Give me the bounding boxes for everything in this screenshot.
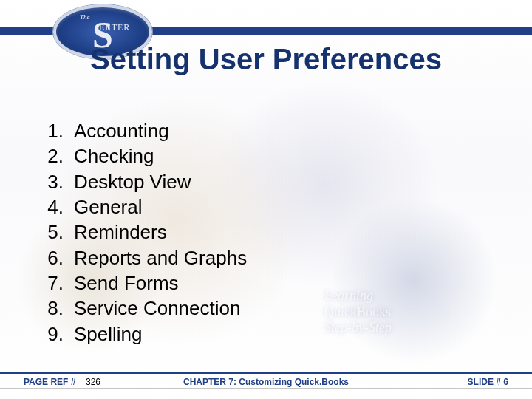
bg-caption-line3: Step-by-Step (324, 320, 392, 336)
list-number: 2. (35, 143, 74, 168)
slide-title: Setting User Preferences (0, 43, 532, 76)
chapter-label: CHAPTER 7: Customizing Quick.Books (0, 377, 532, 387)
list-number: 5. (35, 219, 74, 245)
list-item: 6. Reports and Graphs (35, 245, 247, 270)
footer: PAGE REF # 326 CHAPTER 7: Customizing Qu… (0, 374, 532, 389)
list-text: Accounting (74, 118, 169, 143)
list-item: 4. General (35, 194, 247, 219)
list-number: 9. (35, 321, 74, 347)
slide-number-value: 6 (503, 377, 508, 387)
list-text: Reports and Graphs (74, 245, 247, 270)
slide: Learning QuickBooks Step-by-Step The S E… (0, 0, 532, 399)
preferences-list: 1. Accounting 2. Checking 3. Desktop Vie… (35, 118, 247, 347)
list-text: General (74, 194, 143, 219)
slide-number: SLIDE # 6 (468, 377, 508, 387)
list-item: 3. Desktop View (35, 169, 247, 194)
list-item: 5. Reminders (35, 219, 247, 245)
list-number: 4. (35, 194, 74, 219)
list-number: 7. (35, 270, 74, 296)
slide-number-label: SLIDE # (468, 377, 501, 387)
list-number: 6. (35, 245, 74, 270)
list-text: Send Forms (74, 270, 179, 296)
background-caption: Learning QuickBooks Step-by-Step (324, 288, 392, 336)
list-item: 2. Checking (35, 143, 247, 168)
bg-caption-line1: Learning (324, 288, 392, 304)
list-item: 7. Send Forms (35, 270, 247, 296)
list-item: 9. Spelling (35, 321, 247, 347)
list-item: 1. Accounting (35, 118, 247, 143)
list-text: Reminders (74, 219, 167, 245)
list-text: Desktop View (74, 169, 191, 194)
list-text: Service Connection (74, 296, 240, 321)
list-text: Spelling (74, 321, 143, 347)
logo-the: The (80, 13, 90, 21)
logo-rest: EETER (99, 22, 130, 33)
list-text: Checking (74, 143, 154, 168)
list-number: 3. (35, 169, 74, 194)
bg-caption-line2: QuickBooks (324, 304, 392, 321)
list-number: 8. (35, 296, 74, 321)
list-item: 8. Service Connection (35, 296, 247, 321)
list-number: 1. (35, 118, 74, 143)
